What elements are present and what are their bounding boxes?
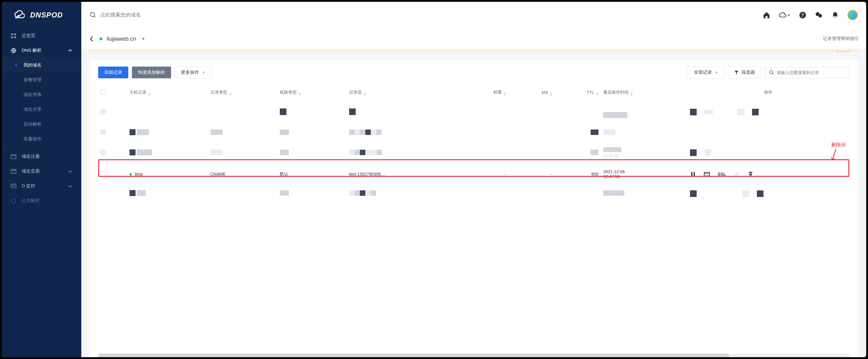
horizontal-scrollbar[interactable] [98, 354, 849, 357]
col-type[interactable]: 记录类型 [208, 85, 277, 100]
pause-icon[interactable] [690, 171, 696, 177]
delete-icon[interactable] [747, 171, 753, 177]
bell-icon[interactable] [831, 11, 839, 19]
domain-bar: liujiaweb.cn ▼ 记录管理帮助指引 [81, 28, 866, 49]
edit-icon[interactable] [734, 171, 740, 177]
funnel-icon [734, 70, 739, 75]
svg-point-9 [90, 12, 95, 17]
nav-trade-label: 域名交易 [22, 168, 40, 174]
cell-host: blog [135, 172, 143, 177]
cell-ttl: 600 [555, 164, 601, 185]
nav-share[interactable]: 域名共享 [2, 102, 81, 117]
row-status-dot [129, 173, 132, 176]
logo-area: DNSPOD [2, 2, 81, 28]
nav-monitor[interactable]: D 监控 [2, 179, 81, 193]
table-row [98, 124, 849, 142]
svg-point-8 [11, 199, 16, 203]
col-host[interactable]: 主机记录 [127, 85, 208, 100]
quick-add-button[interactable]: 快速添加解析 [132, 66, 171, 78]
table-row-blog: blog CNAME 默认 test-1302790306.... - - 60… [98, 164, 849, 185]
row-checkbox[interactable] [101, 171, 106, 176]
nav-overview-label: 总览页 [22, 33, 35, 38]
trade-icon [11, 169, 16, 174]
cell-weight: - [462, 164, 508, 185]
chevron-up-icon [68, 49, 72, 53]
table-row [98, 100, 849, 124]
top-icons: ▼ ? [763, 10, 858, 20]
add-record-button[interactable]: 添加记录 [98, 66, 128, 78]
cell-type: CNAME [208, 164, 277, 185]
nav-list: 总览页 DNS 解析 我的域名 套餐管理 域名停靠 域名共享 反向解析 批量操作… [2, 28, 81, 208]
record-search[interactable] [765, 67, 849, 78]
alert-pill [837, 49, 850, 52]
col-mx[interactable]: MX [508, 85, 555, 100]
public-icon [11, 198, 16, 204]
home-icon[interactable] [763, 11, 770, 19]
nav-register[interactable]: 域名注册 [2, 149, 81, 164]
cell-line: 默认 [277, 164, 347, 185]
table-header: 主机记录 记录类型 线路类型 记录值 权重 MX TTL 最后操作时间 操作 [98, 85, 849, 100]
global-search[interactable] [90, 12, 757, 19]
scrollbar-thumb[interactable] [98, 354, 729, 357]
nav-dns-submenu: 我的域名 套餐管理 域名停靠 域名共享 反向解析 批量操作 [2, 58, 81, 146]
all-records-button[interactable]: 全部记录 ▼ [688, 66, 724, 79]
ssl-button[interactable]: SSL [718, 172, 726, 177]
nav-dns[interactable]: DNS 解析 [2, 43, 81, 58]
avatar[interactable] [847, 10, 858, 20]
svg-point-14 [770, 70, 773, 73]
nav-public[interactable]: 公共解析 [2, 193, 81, 208]
table-wrap: 主机记录 记录类型 线路类型 记录值 权重 MX TTL 最后操作时间 操作 [98, 85, 849, 357]
nav-public-label: 公共解析 [22, 198, 40, 204]
svg-point-13 [818, 14, 822, 18]
cloud-dropdown[interactable]: ▼ [779, 11, 790, 19]
back-icon[interactable] [89, 35, 95, 42]
filter-button[interactable]: 筛选器 [728, 66, 762, 79]
nav-my-domains[interactable]: 我的域名 [2, 58, 81, 72]
nav-batch[interactable]: 批量操作 [2, 131, 81, 146]
svg-rect-5 [11, 154, 16, 159]
nav-parking[interactable]: 域名停靠 [2, 87, 81, 102]
record-search-input[interactable] [777, 70, 845, 75]
records-table: 主机记录 记录类型 线路类型 记录值 权重 MX TTL 最后操作时间 操作 [98, 85, 849, 202]
help-link[interactable]: 记录管理帮助指引 [823, 36, 859, 41]
more-ops-button[interactable]: 更多操作 ▼ [175, 66, 211, 79]
card-icon[interactable] [704, 171, 710, 177]
col-line[interactable]: 线路类型 [277, 85, 347, 100]
nav-trade[interactable]: 域名交易 [2, 164, 81, 179]
search-icon [769, 70, 774, 75]
top-bar: ▼ ? [81, 2, 866, 28]
app-frame: DNSPOD 总览页 DNS 解析 我的域名 套餐管理 域名停靠 域名共享 反向… [2, 2, 866, 357]
select-all-checkbox[interactable] [101, 89, 106, 95]
chevron-down-icon [68, 169, 72, 174]
domain-name: liujiaweb.cn [106, 35, 136, 42]
nav-overview[interactable]: 总览页 [2, 28, 81, 43]
cell-mx: - [508, 164, 555, 185]
chevron-down-icon [68, 184, 72, 188]
monitor-icon [11, 183, 16, 189]
row-actions: SSL [690, 171, 847, 177]
col-value[interactable]: 记录值 [347, 85, 462, 100]
svg-rect-1 [14, 33, 16, 35]
col-ttl[interactable]: TTL [555, 85, 601, 100]
nav-register-label: 域名注册 [22, 154, 40, 159]
nav-reverse[interactable]: 反向解析 [2, 117, 81, 131]
nav-monitor-label: D 监控 [22, 183, 35, 189]
records-panel: 添加记录 快速添加解析 更多操作 ▼ 全部记录 ▼ 筛选器 [90, 60, 858, 357]
sidebar: DNSPOD 总览页 DNS 解析 我的域名 套餐管理 域名停靠 域名共享 反向… [2, 2, 81, 357]
brand-text: DNSPOD [30, 11, 63, 19]
svg-rect-2 [11, 36, 13, 38]
global-search-input[interactable] [100, 12, 220, 18]
domain-dropdown-icon[interactable]: ▼ [142, 37, 145, 41]
nav-package[interactable]: 套餐管理 [2, 72, 81, 87]
svg-rect-15 [691, 172, 692, 176]
wechat-icon[interactable] [815, 11, 823, 19]
col-updated[interactable]: 最后操作时间 [601, 85, 688, 100]
svg-text:?: ? [801, 12, 804, 18]
content-pad: 添加记录 快速添加解析 更多操作 ▼ 全部记录 ▼ 筛选器 [81, 49, 866, 357]
col-weight[interactable]: 权重 [462, 85, 508, 100]
nav-divider [2, 148, 81, 148]
toolbar: 添加记录 快速添加解析 更多操作 ▼ 全部记录 ▼ 筛选器 [98, 66, 849, 79]
cell-updated: 2021-12-06 12:47:58 [601, 164, 688, 185]
help-icon[interactable]: ? [799, 11, 807, 19]
svg-rect-3 [14, 36, 16, 38]
